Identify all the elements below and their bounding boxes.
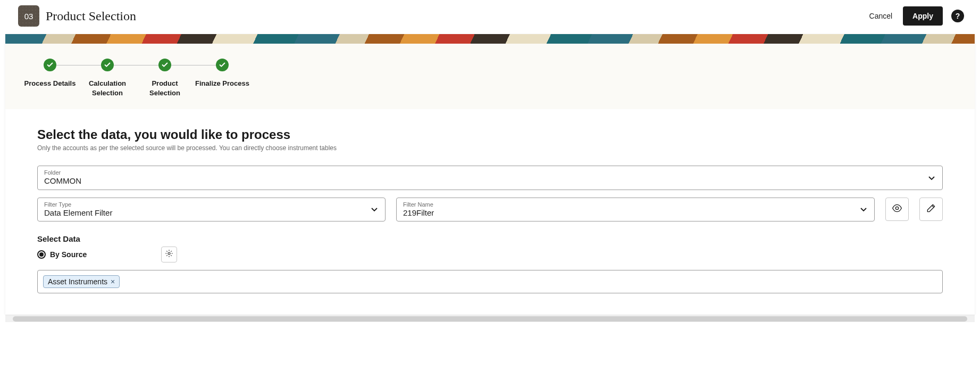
stepper-area: Process Details Calculation Selection Pr… [5,44,975,109]
eye-icon [892,203,902,216]
help-icon[interactable]: ? [951,10,964,22]
page-root: 03 Product Selection Cancel Apply ? Proc… [0,0,980,386]
chevron-down-icon [860,204,867,214]
stepper: Process Details Calculation Selection Pr… [21,59,959,97]
filter-type-value: Data Element Filter [44,208,366,218]
svg-point-0 [895,207,898,209]
header-actions: Cancel Apply ? [867,6,964,26]
step-complete-icon [158,59,171,71]
step-number-badge: 03 [18,5,39,27]
chip-label: Asset Instruments [48,277,107,286]
radio-icon [37,250,46,259]
chip-asset-instruments[interactable]: Asset Instruments × [43,275,120,288]
view-filter-button[interactable] [885,198,909,221]
section-subtitle: Only the accounts as per the selected so… [37,144,943,152]
step-finalize-process[interactable]: Finalize Process [194,59,251,88]
step-label: Finalize Process [195,79,249,88]
edit-filter-button[interactable] [919,198,943,221]
select-data-options: By Source [37,247,943,262]
svg-point-1 [168,252,170,254]
page-title: Product Selection [46,9,867,23]
step-process-details[interactable]: Process Details [21,59,79,88]
decorative-banner [5,34,975,44]
pencil-icon [926,203,936,216]
filter-type-label: Filter Type [44,201,366,208]
step-complete-icon [101,59,114,71]
step-product-selection[interactable]: Product Selection [136,59,194,97]
select-data-label: Select Data [37,234,943,243]
step-label: Calculation Selection [89,79,126,97]
radio-by-source[interactable]: By Source [37,250,87,259]
step-complete-icon [44,59,56,71]
folder-select[interactable]: Folder COMMON [37,166,943,190]
radio-by-source-label: By Source [50,250,87,259]
step-label: Product Selection [149,79,180,97]
filter-row: Filter Type Data Element Filter Filter N… [37,198,943,222]
filter-name-label: Filter Name [403,201,855,208]
cancel-button[interactable]: Cancel [867,7,895,24]
folder-row: Folder COMMON [37,166,943,190]
filter-name-value: 219Filter [403,208,855,218]
section-title: Select the data, you would like to proce… [37,127,943,142]
apply-button[interactable]: Apply [903,6,943,26]
step-complete-icon [216,59,229,71]
folder-value: COMMON [44,176,923,186]
close-icon[interactable]: × [111,278,115,285]
step-calculation-selection[interactable]: Calculation Selection [79,59,136,97]
step-label: Process Details [24,79,76,88]
horizontal-scrollbar[interactable] [5,315,975,322]
filter-type-select[interactable]: Filter Type Data Element Filter [37,198,386,222]
source-settings-button[interactable] [161,247,177,262]
gear-icon [165,249,173,260]
stepper-card: Process Details Calculation Selection Pr… [5,34,975,315]
header: 03 Product Selection Cancel Apply ? [0,0,980,34]
folder-label: Folder [44,169,923,176]
content-area: Select the data, you would like to proce… [5,109,975,315]
chevron-down-icon [928,173,935,183]
filter-name-select[interactable]: Filter Name 219Filter [396,198,875,222]
source-chips-field[interactable]: Asset Instruments × [37,270,943,293]
chevron-down-icon [371,204,378,214]
